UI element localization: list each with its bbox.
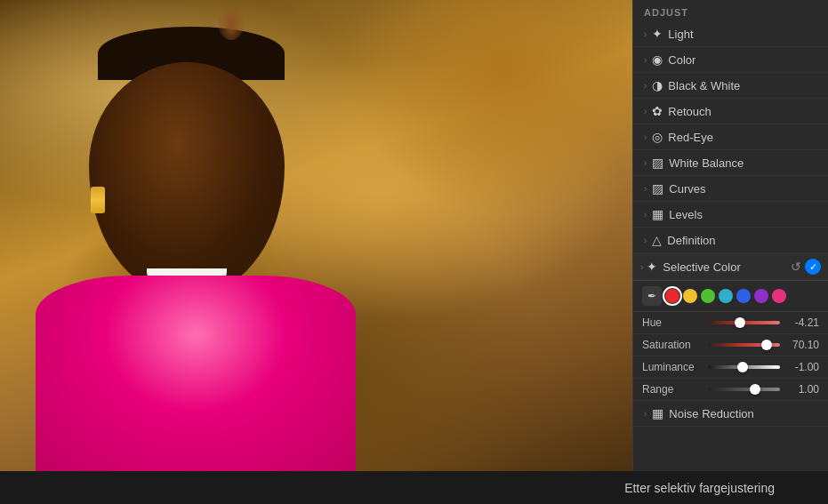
sc-check-button[interactable]: ✓ (805, 259, 821, 275)
selective-color-label: Selective Color (663, 260, 791, 274)
range-value: 1.00 (785, 383, 819, 396)
levels-icon: ▦ (652, 207, 663, 221)
eyedropper-icon: ✒ (647, 290, 656, 302)
swatch-yellow[interactable] (683, 289, 697, 303)
noise-label: Noise Reduction (669, 407, 753, 420)
chevron-curves: › (644, 184, 647, 194)
person-overlay (36, 9, 356, 471)
eyedropper-button[interactable]: ✒ (642, 286, 662, 306)
redeye-label: Red-Eye (668, 131, 713, 144)
saturation-label: Saturation (642, 339, 703, 351)
redeye-icon: ◎ (652, 130, 663, 144)
luminance-slider-track[interactable] (708, 365, 780, 369)
chevron-selective-color: › (640, 262, 643, 272)
swatch-pink[interactable] (772, 289, 786, 303)
chevron-redeye: › (644, 132, 647, 142)
chevron-definition: › (644, 236, 647, 245)
whitebalance-label: White Balance (669, 156, 744, 170)
chevron-retouch: › (644, 107, 647, 116)
luminance-label: Luminance (642, 361, 703, 373)
range-row: Range 1.00 (633, 379, 828, 401)
definition-icon: △ (652, 233, 662, 247)
adjust-item-curves[interactable]: › ▨ Curves (633, 176, 828, 202)
noise-icon: ▦ (652, 406, 663, 420)
hue-slider-thumb[interactable] (735, 317, 745, 328)
panel-header: ADJUST (633, 0, 828, 21)
adjust-item-definition[interactable]: › △ Definition (633, 228, 828, 253)
luminance-row: Luminance -1.00 (633, 356, 828, 379)
levels-label: Levels (669, 208, 703, 221)
saturation-value: 70.10 (785, 339, 819, 351)
selective-color-icon: ✦ (647, 260, 657, 274)
caption-text: Etter selektiv fargejustering (624, 481, 775, 495)
adjust-item-redeye[interactable]: › ◎ Red-Eye (633, 124, 828, 150)
color-label: Color (668, 53, 695, 67)
bw-label: Black & White (668, 79, 740, 92)
range-slider-track[interactable] (708, 388, 780, 391)
chevron-levels: › (644, 210, 647, 220)
saturation-row: Saturation 70.10 (633, 334, 828, 356)
curves-icon: ▨ (652, 181, 663, 196)
curves-label: Curves (669, 182, 705, 196)
person-nose (218, 4, 245, 40)
swatches-row: ✒ (633, 281, 828, 312)
range-slider-thumb[interactable] (750, 384, 760, 395)
right-panel: ADJUST › ✦ Light › ◉ Color › ◑ Black & W… (632, 0, 828, 471)
whitebalance-icon: ▨ (652, 156, 663, 170)
adjust-item-bw[interactable]: › ◑ Black & White (633, 73, 828, 99)
adjust-item-levels[interactable]: › ▦ Levels (633, 202, 828, 228)
photo-area (0, 0, 632, 471)
definition-label: Definition (667, 234, 715, 247)
saturation-slider-track[interactable] (708, 343, 780, 347)
main-container: ADJUST › ✦ Light › ◉ Color › ◑ Black & W… (0, 0, 828, 471)
chevron-bw: › (644, 81, 647, 91)
retouch-icon: ✿ (652, 104, 663, 118)
person-shirt (36, 276, 356, 471)
hue-row: Hue -4.21 (633, 312, 828, 334)
chevron-color: › (644, 55, 647, 65)
hue-value: -4.21 (785, 316, 819, 329)
bottom-caption: Etter selektiv fargejustering (0, 471, 828, 504)
sliders-section: Hue -4.21 Saturation 70.10 Luminance (633, 312, 828, 401)
sc-actions: ↺ ✓ (791, 259, 821, 275)
adjust-item-noise[interactable]: › ▦ Noise Reduction (633, 401, 828, 427)
retouch-label: Retouch (668, 105, 711, 118)
hue-slider-track[interactable] (708, 321, 780, 324)
chevron-noise: › (644, 409, 647, 419)
color-icon: ◉ (652, 52, 663, 67)
light-icon: ✦ (652, 27, 663, 41)
adjust-item-color[interactable]: › ◉ Color (633, 47, 828, 73)
luminance-value: -1.00 (785, 361, 819, 373)
chevron-whitebalance: › (644, 158, 647, 168)
sc-reset-button[interactable]: ↺ (791, 260, 801, 274)
light-label: Light (668, 28, 693, 41)
swatch-green[interactable] (701, 289, 715, 303)
swatch-purple[interactable] (754, 289, 768, 303)
hue-label: Hue (642, 316, 703, 329)
swatch-red[interactable] (665, 289, 679, 303)
range-label: Range (642, 383, 703, 396)
person-earring (91, 187, 105, 213)
swatch-cyan[interactable] (719, 289, 733, 303)
bw-icon: ◑ (652, 78, 663, 92)
selective-color-header[interactable]: › ✦ Selective Color ↺ ✓ (633, 253, 828, 281)
luminance-slider-thumb[interactable] (737, 362, 748, 372)
sc-check-icon: ✓ (809, 261, 817, 273)
person-head (89, 62, 285, 293)
saturation-slider-thumb[interactable] (761, 340, 772, 350)
photo-canvas (0, 0, 632, 471)
chevron-light: › (644, 29, 647, 39)
adjust-item-light[interactable]: › ✦ Light (633, 21, 828, 47)
adjust-item-whitebalance[interactable]: › ▨ White Balance (633, 150, 828, 176)
adjust-item-retouch[interactable]: › ✿ Retouch (633, 99, 828, 124)
swatch-blue[interactable] (736, 289, 751, 303)
